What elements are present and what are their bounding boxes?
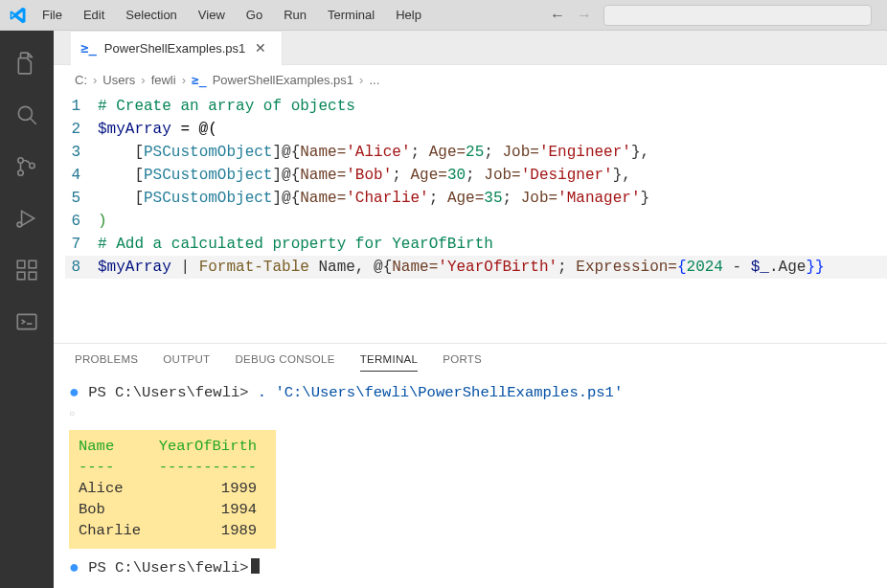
- svg-rect-10: [17, 314, 36, 328]
- menu-help[interactable]: Help: [386, 4, 431, 26]
- menu-edit[interactable]: Edit: [74, 4, 114, 26]
- terminal-panel-icon[interactable]: [4, 299, 50, 345]
- svg-rect-7: [17, 272, 25, 280]
- status-dot-icon: ●: [69, 558, 80, 577]
- status-dot-icon: ○: [69, 409, 75, 419]
- svg-line-1: [31, 119, 36, 124]
- close-icon[interactable]: ✕: [253, 40, 268, 56]
- extensions-icon[interactable]: [4, 247, 50, 293]
- svg-point-0: [18, 106, 32, 120]
- panel-tab-ports[interactable]: PORTS: [443, 353, 482, 372]
- command-center-search[interactable]: [603, 5, 872, 26]
- tab-powershellexamples[interactable]: ≥_ PowerShellExamples.ps1 ✕: [71, 31, 283, 65]
- svg-rect-9: [29, 260, 36, 268]
- activity-bar: [0, 31, 54, 588]
- svg-point-5: [17, 222, 22, 227]
- menu-view[interactable]: View: [189, 4, 235, 26]
- editor-tabs: ≥_ PowerShellExamples.ps1 ✕: [54, 31, 887, 65]
- powershell-file-icon: ≥_: [80, 40, 97, 56]
- status-dot-icon: ●: [69, 383, 80, 402]
- nav-back-icon[interactable]: ←: [550, 7, 565, 24]
- svg-rect-6: [17, 260, 25, 268]
- svg-rect-8: [29, 272, 36, 280]
- explorer-icon[interactable]: [4, 40, 50, 86]
- nav-forward-icon[interactable]: →: [577, 7, 592, 24]
- code-editor[interactable]: 1# Create an array of objects 2$myArray …: [54, 95, 887, 279]
- menu-selection[interactable]: Selection: [116, 4, 186, 26]
- terminal[interactable]: ● PS C:\Users\fewli> . 'C:\Users\fewli\P…: [54, 372, 887, 588]
- terminal-cursor: [251, 558, 260, 574]
- menu-terminal[interactable]: Terminal: [318, 4, 384, 26]
- menu-go[interactable]: Go: [237, 4, 272, 26]
- menu-bar: File Edit Selection View Go Run Terminal…: [0, 0, 887, 31]
- panel-tab-output[interactable]: OUTPUT: [163, 353, 210, 372]
- run-debug-icon[interactable]: [4, 195, 50, 241]
- vscode-logo-icon: [6, 3, 31, 28]
- panel-tab-terminal[interactable]: TERMINAL: [360, 353, 419, 372]
- panel-tab-problems[interactable]: PROBLEMS: [75, 353, 138, 372]
- search-icon[interactable]: [4, 92, 50, 138]
- menu-run[interactable]: Run: [274, 4, 316, 26]
- menu-file[interactable]: File: [33, 4, 72, 26]
- source-control-icon[interactable]: [4, 144, 50, 190]
- svg-point-2: [18, 158, 23, 163]
- bottom-panel: PROBLEMS OUTPUT DEBUG CONSOLE TERMINAL P…: [54, 343, 887, 588]
- svg-point-4: [30, 163, 34, 168]
- panel-tab-debug[interactable]: DEBUG CONSOLE: [235, 353, 334, 372]
- tab-label: PowerShellExamples.ps1: [104, 41, 245, 56]
- terminal-output-highlight: Name YearOfBirth ---- ----------- Alice …: [69, 430, 276, 549]
- svg-point-3: [18, 170, 23, 175]
- breadcrumb[interactable]: C:› Users› fewli› ≥_PowerShellExamples.p…: [54, 65, 887, 95]
